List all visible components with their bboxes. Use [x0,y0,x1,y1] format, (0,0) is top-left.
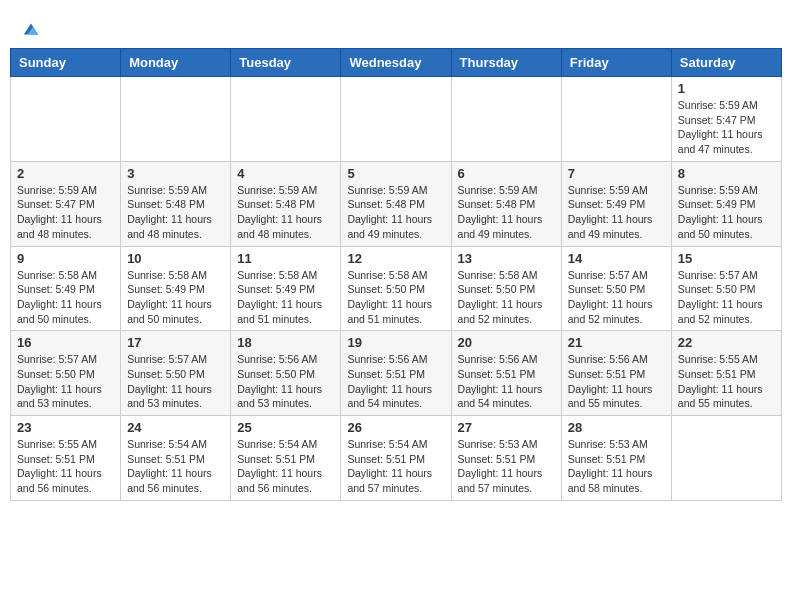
weekday-header-row: SundayMondayTuesdayWednesdayThursdayFrid… [11,49,782,77]
logo [20,20,40,38]
day-cell: 3Sunrise: 5:59 AMSunset: 5:48 PMDaylight… [121,161,231,246]
day-number: 9 [17,251,114,266]
day-info: Sunrise: 5:57 AMSunset: 5:50 PMDaylight:… [568,268,665,327]
day-number: 10 [127,251,224,266]
day-cell: 22Sunrise: 5:55 AMSunset: 5:51 PMDayligh… [671,331,781,416]
weekday-header-tuesday: Tuesday [231,49,341,77]
day-info: Sunrise: 5:54 AMSunset: 5:51 PMDaylight:… [127,437,224,496]
day-cell: 7Sunrise: 5:59 AMSunset: 5:49 PMDaylight… [561,161,671,246]
day-number: 2 [17,166,114,181]
day-cell: 23Sunrise: 5:55 AMSunset: 5:51 PMDayligh… [11,416,121,501]
weekday-header-sunday: Sunday [11,49,121,77]
header [10,10,782,43]
day-info: Sunrise: 5:58 AMSunset: 5:49 PMDaylight:… [127,268,224,327]
day-number: 8 [678,166,775,181]
day-cell: 8Sunrise: 5:59 AMSunset: 5:49 PMDaylight… [671,161,781,246]
day-info: Sunrise: 5:59 AMSunset: 5:48 PMDaylight:… [458,183,555,242]
day-info: Sunrise: 5:53 AMSunset: 5:51 PMDaylight:… [458,437,555,496]
weekday-header-monday: Monday [121,49,231,77]
day-info: Sunrise: 5:54 AMSunset: 5:51 PMDaylight:… [237,437,334,496]
day-cell: 12Sunrise: 5:58 AMSunset: 5:50 PMDayligh… [341,246,451,331]
day-number: 13 [458,251,555,266]
day-number: 11 [237,251,334,266]
day-number: 16 [17,335,114,350]
day-info: Sunrise: 5:58 AMSunset: 5:50 PMDaylight:… [458,268,555,327]
day-number: 5 [347,166,444,181]
day-cell [231,77,341,162]
day-number: 15 [678,251,775,266]
day-cell: 19Sunrise: 5:56 AMSunset: 5:51 PMDayligh… [341,331,451,416]
day-info: Sunrise: 5:53 AMSunset: 5:51 PMDaylight:… [568,437,665,496]
day-number: 18 [237,335,334,350]
day-cell [451,77,561,162]
weekday-header-wednesday: Wednesday [341,49,451,77]
day-cell: 24Sunrise: 5:54 AMSunset: 5:51 PMDayligh… [121,416,231,501]
day-cell: 5Sunrise: 5:59 AMSunset: 5:48 PMDaylight… [341,161,451,246]
day-number: 25 [237,420,334,435]
day-cell: 28Sunrise: 5:53 AMSunset: 5:51 PMDayligh… [561,416,671,501]
logo-icon [22,20,40,38]
day-info: Sunrise: 5:56 AMSunset: 5:51 PMDaylight:… [568,352,665,411]
day-info: Sunrise: 5:58 AMSunset: 5:49 PMDaylight:… [17,268,114,327]
day-cell [341,77,451,162]
day-number: 23 [17,420,114,435]
day-cell [671,416,781,501]
day-number: 24 [127,420,224,435]
weekday-header-friday: Friday [561,49,671,77]
day-info: Sunrise: 5:58 AMSunset: 5:50 PMDaylight:… [347,268,444,327]
day-cell: 17Sunrise: 5:57 AMSunset: 5:50 PMDayligh… [121,331,231,416]
day-number: 4 [237,166,334,181]
day-info: Sunrise: 5:59 AMSunset: 5:48 PMDaylight:… [237,183,334,242]
day-cell: 14Sunrise: 5:57 AMSunset: 5:50 PMDayligh… [561,246,671,331]
day-number: 6 [458,166,555,181]
day-info: Sunrise: 5:59 AMSunset: 5:49 PMDaylight:… [678,183,775,242]
day-info: Sunrise: 5:56 AMSunset: 5:51 PMDaylight:… [458,352,555,411]
day-info: Sunrise: 5:56 AMSunset: 5:50 PMDaylight:… [237,352,334,411]
day-number: 1 [678,81,775,96]
week-row-4: 23Sunrise: 5:55 AMSunset: 5:51 PMDayligh… [11,416,782,501]
day-info: Sunrise: 5:55 AMSunset: 5:51 PMDaylight:… [678,352,775,411]
day-cell: 10Sunrise: 5:58 AMSunset: 5:49 PMDayligh… [121,246,231,331]
day-info: Sunrise: 5:59 AMSunset: 5:47 PMDaylight:… [678,98,775,157]
day-cell: 27Sunrise: 5:53 AMSunset: 5:51 PMDayligh… [451,416,561,501]
day-cell: 16Sunrise: 5:57 AMSunset: 5:50 PMDayligh… [11,331,121,416]
day-number: 22 [678,335,775,350]
day-cell: 18Sunrise: 5:56 AMSunset: 5:50 PMDayligh… [231,331,341,416]
day-info: Sunrise: 5:58 AMSunset: 5:49 PMDaylight:… [237,268,334,327]
day-cell: 15Sunrise: 5:57 AMSunset: 5:50 PMDayligh… [671,246,781,331]
day-cell: 13Sunrise: 5:58 AMSunset: 5:50 PMDayligh… [451,246,561,331]
day-cell: 11Sunrise: 5:58 AMSunset: 5:49 PMDayligh… [231,246,341,331]
day-number: 26 [347,420,444,435]
day-cell: 2Sunrise: 5:59 AMSunset: 5:47 PMDaylight… [11,161,121,246]
day-cell: 1Sunrise: 5:59 AMSunset: 5:47 PMDaylight… [671,77,781,162]
day-info: Sunrise: 5:57 AMSunset: 5:50 PMDaylight:… [17,352,114,411]
day-cell: 26Sunrise: 5:54 AMSunset: 5:51 PMDayligh… [341,416,451,501]
week-row-2: 9Sunrise: 5:58 AMSunset: 5:49 PMDaylight… [11,246,782,331]
weekday-header-saturday: Saturday [671,49,781,77]
day-cell [121,77,231,162]
day-number: 3 [127,166,224,181]
day-info: Sunrise: 5:59 AMSunset: 5:48 PMDaylight:… [347,183,444,242]
day-cell: 20Sunrise: 5:56 AMSunset: 5:51 PMDayligh… [451,331,561,416]
day-cell: 9Sunrise: 5:58 AMSunset: 5:49 PMDaylight… [11,246,121,331]
day-info: Sunrise: 5:59 AMSunset: 5:49 PMDaylight:… [568,183,665,242]
day-number: 14 [568,251,665,266]
day-info: Sunrise: 5:59 AMSunset: 5:48 PMDaylight:… [127,183,224,242]
day-cell [11,77,121,162]
calendar: SundayMondayTuesdayWednesdayThursdayFrid… [10,48,782,501]
day-number: 17 [127,335,224,350]
week-row-3: 16Sunrise: 5:57 AMSunset: 5:50 PMDayligh… [11,331,782,416]
day-info: Sunrise: 5:57 AMSunset: 5:50 PMDaylight:… [678,268,775,327]
day-number: 28 [568,420,665,435]
week-row-0: 1Sunrise: 5:59 AMSunset: 5:47 PMDaylight… [11,77,782,162]
day-number: 27 [458,420,555,435]
day-info: Sunrise: 5:59 AMSunset: 5:47 PMDaylight:… [17,183,114,242]
day-info: Sunrise: 5:56 AMSunset: 5:51 PMDaylight:… [347,352,444,411]
weekday-header-thursday: Thursday [451,49,561,77]
day-number: 12 [347,251,444,266]
day-info: Sunrise: 5:54 AMSunset: 5:51 PMDaylight:… [347,437,444,496]
week-row-1: 2Sunrise: 5:59 AMSunset: 5:47 PMDaylight… [11,161,782,246]
day-cell: 4Sunrise: 5:59 AMSunset: 5:48 PMDaylight… [231,161,341,246]
day-number: 19 [347,335,444,350]
day-number: 21 [568,335,665,350]
